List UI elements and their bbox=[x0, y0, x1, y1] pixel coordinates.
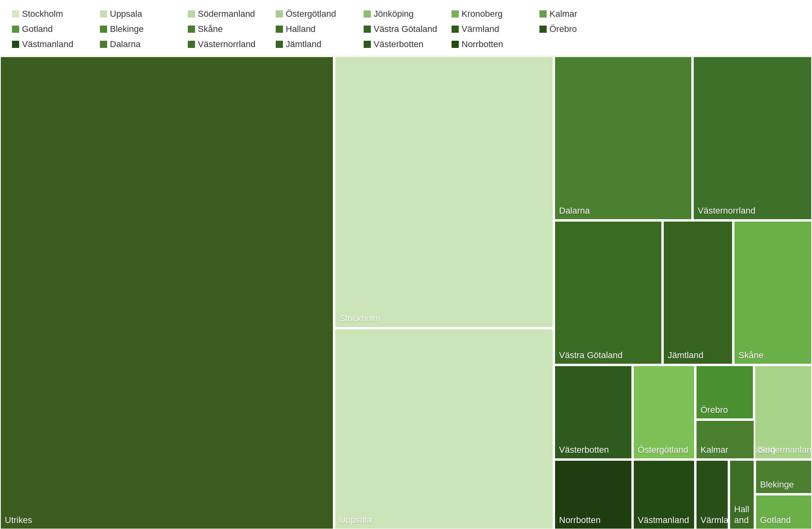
treemap-label-gotland: Gotland bbox=[760, 515, 791, 525]
treemap-label-ostergotland: Östergötland bbox=[638, 445, 688, 455]
treemap-cell-skane[interactable]: Skåne bbox=[734, 221, 812, 365]
treemap-cell-gotland[interactable]: Gotland bbox=[755, 495, 812, 529]
legend-label-jonkoping: Jönköping bbox=[374, 9, 414, 19]
treemap-label-vasternorrland: Västernorrland bbox=[698, 206, 755, 216]
legend-item-skane: Skåne bbox=[188, 22, 276, 36]
legend-swatch-orebro bbox=[539, 26, 547, 33]
treemap-label-norrbotten: Norrbotten bbox=[559, 515, 601, 525]
treemap-cell-vastra-gotaland[interactable]: Västra Götaland bbox=[554, 221, 662, 365]
legend-swatch-kalmar bbox=[539, 10, 547, 18]
treemap-label-jamtland: Jämtland bbox=[668, 350, 703, 361]
treemap-label-blekinge: Blekinge bbox=[760, 479, 794, 490]
legend-label-kronoberg: Kronoberg bbox=[462, 9, 503, 19]
legend-label-blekinge: Blekinge bbox=[110, 24, 143, 34]
treemap-cell-jamtland[interactable]: Jämtland bbox=[663, 221, 733, 365]
treemap-cell-uppsala[interactable]: Uppsala bbox=[334, 329, 553, 529]
legend-swatch-ostergotland bbox=[276, 10, 283, 18]
legend-item-vastmanland: Västmanland bbox=[12, 38, 100, 51]
treemap: UtrikesStockholmUppsalaDalarnaVästernorr… bbox=[0, 56, 812, 529]
legend-swatch-vastmanland bbox=[12, 41, 19, 48]
treemap-label-dalarna: Dalarna bbox=[559, 206, 590, 216]
treemap-cell-vasterbotten[interactable]: Västerbotten bbox=[554, 365, 632, 459]
legend-label-vasterbotten: Västerbotten bbox=[374, 39, 424, 50]
treemap-label-vastmanland: Västmanland bbox=[638, 515, 689, 525]
legend-item-ostergotland: Östergötland bbox=[276, 7, 364, 21]
legend: Stockholm Uppsala Södermanland Östergötl… bbox=[0, 0, 812, 56]
legend-swatch-vastra-gotaland bbox=[364, 26, 371, 33]
legend-swatch-jamtland bbox=[276, 41, 283, 48]
treemap-label-vasterbotten: Västerbotten bbox=[559, 445, 609, 455]
legend-label-kalmar: Kalmar bbox=[549, 9, 577, 19]
treemap-cell-varmland[interactable]: Värmland bbox=[696, 460, 728, 529]
treemap-cell-orebro[interactable]: Örebro bbox=[696, 365, 754, 419]
legend-item-vasterbotten: Västerbotten bbox=[364, 38, 452, 51]
legend-label-skane: Skåne bbox=[198, 24, 223, 34]
treemap-label-kalmar: Kalmar bbox=[701, 445, 728, 455]
treemap-cell-vastmanland[interactable]: Västmanland bbox=[633, 460, 695, 529]
legend-label-varmland: Värmland bbox=[462, 24, 499, 34]
legend-item-sodermanland: Södermanland bbox=[188, 7, 276, 21]
legend-label-stockholm: Stockholm bbox=[22, 9, 63, 19]
legend-item-vastra-gotaland: Västra Götaland bbox=[364, 22, 452, 36]
legend-label-orebro: Örebro bbox=[549, 24, 577, 34]
legend-label-ostergotland: Östergötland bbox=[286, 9, 336, 19]
legend-item-halland: Halland bbox=[276, 22, 364, 36]
legend-swatch-gotland bbox=[12, 26, 19, 33]
treemap-label-halland: Hall and bbox=[734, 504, 750, 525]
legend-swatch-skane bbox=[188, 26, 195, 33]
legend-label-jamtland: Jämtland bbox=[286, 39, 321, 50]
treemap-label-uppsala: Uppsala bbox=[339, 515, 372, 525]
legend-item-stockholm: Stockholm bbox=[12, 7, 100, 21]
treemap-cell-halland[interactable]: Hall and bbox=[729, 460, 754, 529]
legend-label-sodermanland: Södermanland bbox=[198, 9, 255, 19]
legend-label-gotland: Gotland bbox=[22, 24, 53, 34]
legend-item-kalmar: Kalmar bbox=[539, 7, 627, 21]
legend-label-norrbotten: Norrbotten bbox=[462, 39, 503, 50]
legend-swatch-jonkoping bbox=[364, 10, 371, 18]
legend-swatch-varmland bbox=[452, 26, 459, 33]
legend-item-orebro: Örebro bbox=[539, 22, 627, 36]
legend-swatch-kronoberg bbox=[452, 10, 459, 18]
legend-item-uppsala: Uppsala bbox=[100, 7, 188, 21]
legend-swatch-vasternorrland bbox=[188, 41, 195, 48]
treemap-cell-kalmar[interactable]: Kalmar bbox=[696, 420, 754, 459]
legend-item-dalarna: Dalarna bbox=[100, 38, 188, 51]
legend-swatch-sodermanland bbox=[188, 10, 195, 18]
treemap-label-vastra-gotaland: Västra Götaland bbox=[559, 350, 623, 361]
legend-item-jamtland: Jämtland bbox=[276, 38, 364, 51]
treemap-cell-vasternorrland[interactable]: Västernorrland bbox=[693, 56, 812, 220]
legend-item-jonkoping: Jönköping bbox=[364, 7, 452, 21]
legend-item-varmland: Värmland bbox=[452, 22, 539, 36]
legend-swatch-dalarna bbox=[100, 41, 107, 48]
legend-swatch-blekinge bbox=[100, 26, 107, 33]
treemap-cell-dalarna[interactable]: Dalarna bbox=[554, 56, 692, 220]
treemap-cell-utrikes[interactable]: Utrikes bbox=[0, 56, 334, 529]
legend-item-kronoberg: Kronoberg bbox=[452, 7, 539, 21]
legend-label-vastmanland: Västmanland bbox=[22, 39, 73, 50]
legend-label-halland: Halland bbox=[286, 24, 316, 34]
legend-item-norrbotten: Norrbotten bbox=[452, 38, 539, 51]
legend-label-vastra-gotaland: Västra Götaland bbox=[374, 24, 437, 34]
treemap-label-utrikes: Utrikes bbox=[5, 515, 32, 525]
legend-item-blekinge: Blekinge bbox=[100, 22, 188, 36]
legend-swatch-uppsala bbox=[100, 10, 107, 18]
legend-item-vasternorrland: Västernorrland bbox=[188, 38, 276, 51]
legend-swatch-vasterbotten bbox=[364, 41, 371, 48]
legend-label-dalarna: Dalarna bbox=[110, 39, 141, 50]
treemap-label-orebro: Örebro bbox=[701, 405, 728, 415]
legend-swatch-stockholm bbox=[12, 10, 19, 18]
treemap-label-skane: Skåne bbox=[738, 350, 763, 361]
treemap-cell-stockholm[interactable]: Stockholm bbox=[334, 56, 553, 328]
legend-swatch-halland bbox=[276, 26, 283, 33]
legend-label-uppsala: Uppsala bbox=[110, 9, 142, 19]
legend-item-gotland: Gotland bbox=[12, 22, 100, 36]
legend-swatch-norrbotten bbox=[452, 41, 459, 48]
treemap-cell-ostergotland[interactable]: Östergötland bbox=[633, 365, 695, 459]
treemap-cell-norrbotten[interactable]: Norrbotten bbox=[554, 460, 632, 529]
treemap-cell-blekinge[interactable]: Blekinge bbox=[755, 460, 812, 494]
treemap-label-stockholm: Stockholm bbox=[339, 313, 380, 324]
legend-label-vasternorrland: Västernorrland bbox=[198, 39, 255, 50]
